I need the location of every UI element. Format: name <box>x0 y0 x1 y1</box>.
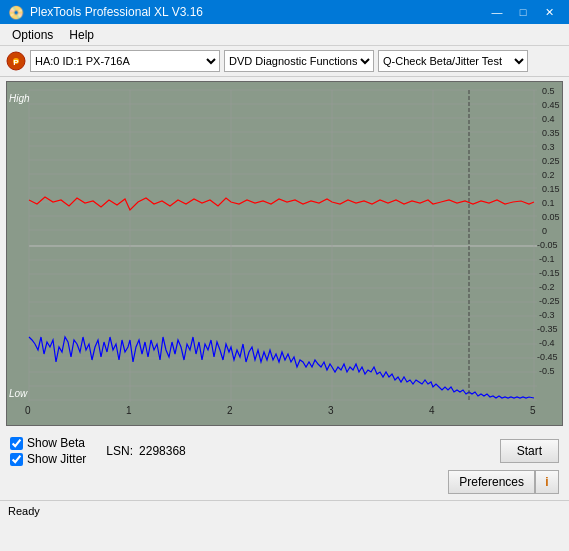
svg-text:0.2: 0.2 <box>542 170 555 180</box>
title-bar-controls: — □ ✕ <box>485 3 561 21</box>
show-jitter-checkbox[interactable] <box>10 453 23 466</box>
menu-help[interactable]: Help <box>61 24 102 46</box>
svg-text:-0.5: -0.5 <box>539 366 555 376</box>
svg-rect-3 <box>7 82 562 425</box>
show-jitter-label[interactable]: Show Jitter <box>10 452 86 466</box>
show-beta-label[interactable]: Show Beta <box>10 436 86 450</box>
right-controls: Start <box>500 439 559 463</box>
bottom-row-2: Preferences i <box>10 470 559 494</box>
bottom-panel: Show Beta Show Jitter LSN: 2298368 Start… <box>0 430 569 500</box>
function-select[interactable]: DVD Diagnostic Functions <box>224 50 374 72</box>
chart-area: 0.5 0.45 0.4 0.35 0.3 0.25 0.2 0.15 0.1 … <box>6 81 563 426</box>
chart-svg: 0.5 0.45 0.4 0.35 0.3 0.25 0.2 0.15 0.1 … <box>7 82 562 425</box>
svg-text:0.3: 0.3 <box>542 142 555 152</box>
title-bar: 📀 PlexTools Professional XL V3.16 — □ ✕ <box>0 0 569 24</box>
show-jitter-text: Show Jitter <box>27 452 86 466</box>
status-bar: Ready <box>0 500 569 520</box>
drive-select[interactable]: HA:0 ID:1 PX-716A <box>30 50 220 72</box>
svg-text:-0.25: -0.25 <box>539 296 560 306</box>
bottom-row-1: Show Beta Show Jitter LSN: 2298368 Start <box>10 436 559 466</box>
svg-text:5: 5 <box>530 405 536 416</box>
svg-text:0: 0 <box>25 405 31 416</box>
svg-text:0.45: 0.45 <box>542 100 560 110</box>
svg-text:4: 4 <box>429 405 435 416</box>
start-button[interactable]: Start <box>500 439 559 463</box>
menu-options[interactable]: Options <box>4 24 61 46</box>
show-beta-text: Show Beta <box>27 436 85 450</box>
svg-text:-0.45: -0.45 <box>537 352 558 362</box>
svg-text:2: 2 <box>227 405 233 416</box>
app-title: PlexTools Professional XL V3.16 <box>30 5 203 19</box>
test-select[interactable]: Q-Check Beta/Jitter Test <box>378 50 528 72</box>
svg-text:High: High <box>9 93 30 104</box>
svg-text:-0.1: -0.1 <box>539 254 555 264</box>
lsn-label: LSN: <box>106 444 133 458</box>
status-text: Ready <box>8 505 40 517</box>
svg-text:-0.4: -0.4 <box>539 338 555 348</box>
svg-text:0.5: 0.5 <box>542 86 555 96</box>
lsn-value: 2298368 <box>139 444 186 458</box>
svg-text:0.15: 0.15 <box>542 184 560 194</box>
svg-text:0.1: 0.1 <box>542 198 555 208</box>
svg-text:-0.05: -0.05 <box>537 240 558 250</box>
svg-text:P: P <box>13 58 19 67</box>
info-icon: i <box>545 475 548 489</box>
show-beta-checkbox[interactable] <box>10 437 23 450</box>
lsn-area: LSN: 2298368 <box>106 444 185 458</box>
svg-text:-0.3: -0.3 <box>539 310 555 320</box>
preferences-button[interactable]: Preferences <box>448 470 535 494</box>
maximize-button[interactable]: □ <box>511 3 535 21</box>
app-icon: 📀 <box>8 5 24 20</box>
svg-text:0.05: 0.05 <box>542 212 560 222</box>
plextools-icon: P <box>6 51 26 71</box>
svg-text:3: 3 <box>328 405 334 416</box>
svg-text:0: 0 <box>542 226 547 236</box>
title-bar-left: 📀 PlexTools Professional XL V3.16 <box>8 5 203 20</box>
toolbar: P HA:0 ID:1 PX-716A DVD Diagnostic Funct… <box>0 46 569 77</box>
svg-text:0.25: 0.25 <box>542 156 560 166</box>
svg-text:0.4: 0.4 <box>542 114 555 124</box>
menu-bar: Options Help <box>0 24 569 46</box>
close-button[interactable]: ✕ <box>537 3 561 21</box>
checkboxes-area: Show Beta Show Jitter <box>10 436 86 466</box>
svg-text:-0.15: -0.15 <box>539 268 560 278</box>
minimize-button[interactable]: — <box>485 3 509 21</box>
info-button[interactable]: i <box>535 470 559 494</box>
svg-text:-0.2: -0.2 <box>539 282 555 292</box>
svg-text:Low: Low <box>9 388 28 399</box>
svg-text:1: 1 <box>126 405 132 416</box>
svg-text:-0.35: -0.35 <box>537 324 558 334</box>
svg-text:0.35: 0.35 <box>542 128 560 138</box>
